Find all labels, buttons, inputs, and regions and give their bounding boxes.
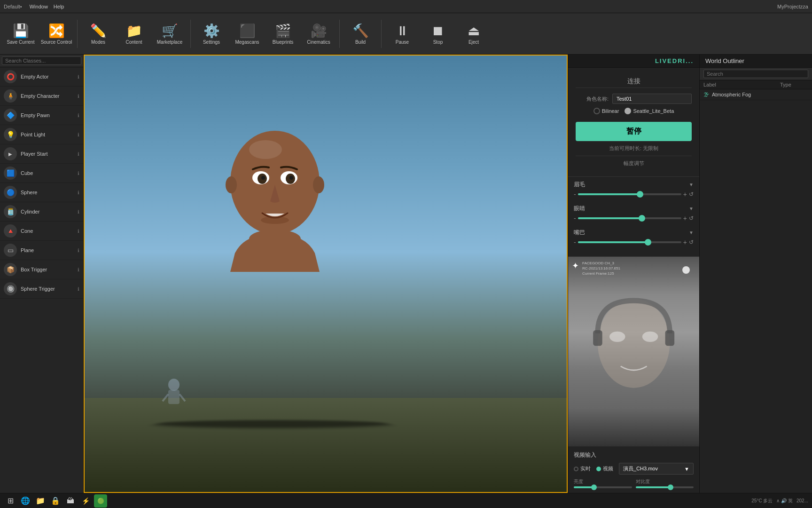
- taskbar-ue4-icon[interactable]: ⚡: [79, 494, 92, 508]
- megascans-button[interactable]: ⬛ Megascans: [230, 16, 264, 52]
- outliner-search-input[interactable]: [703, 70, 808, 78]
- camera-feed: ✦ FACEGOOD CH_3 RC-2021/13:16:07.651 Cur…: [568, 257, 699, 446]
- actor-item-box-trigger[interactable]: 📦 Box Trigger ℹ: [0, 260, 83, 279]
- video-dot[interactable]: [596, 467, 601, 471]
- content-icon: 📁: [126, 23, 142, 39]
- taskbar-mount-icon[interactable]: 🏔: [64, 494, 77, 508]
- brightness-thumb[interactable]: [591, 484, 597, 490]
- brightness-track[interactable]: [574, 486, 632, 488]
- blueprints-button[interactable]: 🎬 Blueprints: [266, 16, 300, 52]
- video-file-dropdown[interactable]: 演员_CH3.mov ▼: [619, 463, 694, 475]
- outliner-header: World Outliner: [700, 55, 812, 68]
- marketplace-button[interactable]: 🛒 Marketplace: [153, 16, 187, 52]
- actor-search-row: [0, 55, 83, 67]
- save-current-label: Save Current: [7, 40, 35, 45]
- actor-item-sphere[interactable]: 🔵 Sphere ℹ: [0, 183, 83, 202]
- menu-help[interactable]: Help: [54, 4, 64, 9]
- mouth-slider-track[interactable]: [578, 241, 681, 243]
- contrast-track[interactable]: [636, 486, 694, 488]
- actor-item-empty-character[interactable]: 🧍 Empty Character ℹ: [0, 87, 83, 106]
- cinematics-button[interactable]: 🎥 Cinematics: [302, 16, 336, 52]
- eject-button[interactable]: ⏏ Eject: [457, 16, 491, 52]
- video-option[interactable]: 视频: [596, 465, 613, 472]
- contrast-thumb[interactable]: [668, 484, 673, 490]
- seattle-label: Seattle_Lite_Beta: [633, 108, 674, 114]
- mouth-slider-thumb[interactable]: [645, 239, 651, 246]
- eye-slider-track[interactable]: [578, 217, 681, 219]
- eyebrow-slider-header: 眉毛 ▼: [574, 181, 694, 189]
- character-bust: [193, 84, 357, 272]
- seattle-radio[interactable]: [625, 108, 631, 114]
- eyebrow-plus-button[interactable]: +: [683, 190, 687, 198]
- build-label: Build: [355, 40, 366, 45]
- eyebrow-slider-track[interactable]: [578, 193, 681, 195]
- source-control-button[interactable]: 🔀 Source Control: [39, 16, 73, 52]
- cone-info: ℹ: [78, 229, 79, 234]
- mouth-label: 嘴巴: [574, 229, 585, 237]
- eyebrow-reset-button[interactable]: ↺: [689, 191, 694, 198]
- eye-slider-thumb[interactable]: [639, 215, 645, 222]
- actor-item-sphere-trigger[interactable]: 🔘 Sphere Trigger ℹ: [0, 279, 83, 299]
- char-name-input[interactable]: [612, 94, 692, 104]
- eyebrow-slider-thumb[interactable]: [637, 191, 643, 198]
- actor-item-empty-actor[interactable]: ⭕ Empty Actor ℹ: [0, 67, 83, 87]
- actor-item-plane[interactable]: ▭ Plane ℹ: [0, 241, 83, 260]
- livedrive-pause-button[interactable]: 暂停: [576, 122, 692, 141]
- viewport[interactable]: [84, 55, 568, 493]
- realtime-dot[interactable]: [574, 467, 578, 471]
- bilinear-radio[interactable]: [593, 108, 600, 114]
- svg-point-11: [249, 140, 282, 159]
- sphere-trigger-label: Sphere Trigger: [21, 286, 78, 292]
- player-start-info: ℹ: [78, 151, 79, 157]
- sphere-info: ℹ: [78, 190, 79, 195]
- viewport-area: [84, 55, 568, 493]
- actor-item-cube[interactable]: 🟦 Cube ℹ: [0, 164, 83, 183]
- actor-item-point-light[interactable]: 💡 Point Light ℹ: [0, 125, 83, 144]
- taskbar-green-icon[interactable]: 🟢: [94, 494, 107, 508]
- ghost-figure: [160, 378, 188, 417]
- taskbar-explorer-icon[interactable]: 📁: [34, 494, 47, 508]
- bilinear-option[interactable]: Bilinear: [593, 108, 619, 114]
- outliner-item-atmos-fog[interactable]: 🌫 Atmospheric Fog: [700, 89, 812, 100]
- eyebrow-expand-icon[interactable]: ▼: [689, 182, 694, 187]
- svg-point-10: [261, 216, 289, 224]
- eye-plus-button[interactable]: +: [683, 214, 687, 222]
- modes-button[interactable]: ✏️ Modes: [81, 16, 115, 52]
- mouth-reset-button[interactable]: ↺: [689, 239, 694, 246]
- save-current-button[interactable]: 💾 Save Current: [4, 16, 38, 52]
- seattle-option[interactable]: Seattle_Lite_Beta: [625, 108, 674, 114]
- mouth-minus-button[interactable]: -: [574, 238, 576, 246]
- brightness-slider: [574, 486, 632, 488]
- menu-window[interactable]: Window: [30, 4, 48, 9]
- actor-search-input[interactable]: [2, 56, 81, 65]
- eyebrow-slider-controls: - + ↺: [574, 190, 694, 198]
- char-name-label: 角色名称:: [576, 95, 609, 103]
- taskbar-grid-icon[interactable]: ⊞: [4, 494, 17, 508]
- realtime-option[interactable]: 实时: [574, 465, 591, 472]
- actor-item-cylinder[interactable]: 🫙 Cylinder ℹ: [0, 202, 83, 222]
- eye-minus-button[interactable]: -: [574, 214, 576, 222]
- taskbar-lock-icon[interactable]: 🔒: [49, 494, 62, 508]
- actor-item-cone[interactable]: 🔺 Cone ℹ: [0, 222, 83, 241]
- eye-slider-header: 眼睛 ▼: [574, 205, 694, 213]
- eye-expand-icon[interactable]: ▼: [689, 206, 694, 211]
- content-button[interactable]: 📁 Content: [117, 16, 151, 52]
- cam-dot: [682, 266, 690, 274]
- eye-reset-button[interactable]: ↺: [689, 215, 694, 222]
- plane-icon: ▭: [4, 244, 17, 257]
- brightness-contrast-row: 亮度 对比度: [574, 478, 694, 488]
- eyebrow-minus-button[interactable]: -: [574, 190, 576, 198]
- cube-label: Cube: [21, 170, 78, 176]
- pause-button[interactable]: ⏸ Pause: [385, 16, 419, 52]
- pause-icon: ⏸: [396, 23, 409, 39]
- taskbar-edge-icon[interactable]: 🌐: [19, 494, 32, 508]
- build-button[interactable]: 🔨 Build: [344, 16, 377, 52]
- time-limit-text: 当前可用时长: 无限制: [576, 145, 692, 152]
- mouth-plus-button[interactable]: +: [683, 238, 687, 246]
- settings-button[interactable]: ⚙️ Settings: [195, 16, 228, 52]
- actor-item-empty-pawn[interactable]: 🔷 Empty Pawn ℹ: [0, 106, 83, 125]
- actor-item-player-start[interactable]: ▶ Player Start ℹ: [0, 144, 83, 164]
- mouth-expand-icon[interactable]: ▼: [689, 230, 694, 235]
- source-control-label: Source Control: [41, 40, 72, 45]
- stop-button[interactable]: ⏹ Stop: [421, 16, 455, 52]
